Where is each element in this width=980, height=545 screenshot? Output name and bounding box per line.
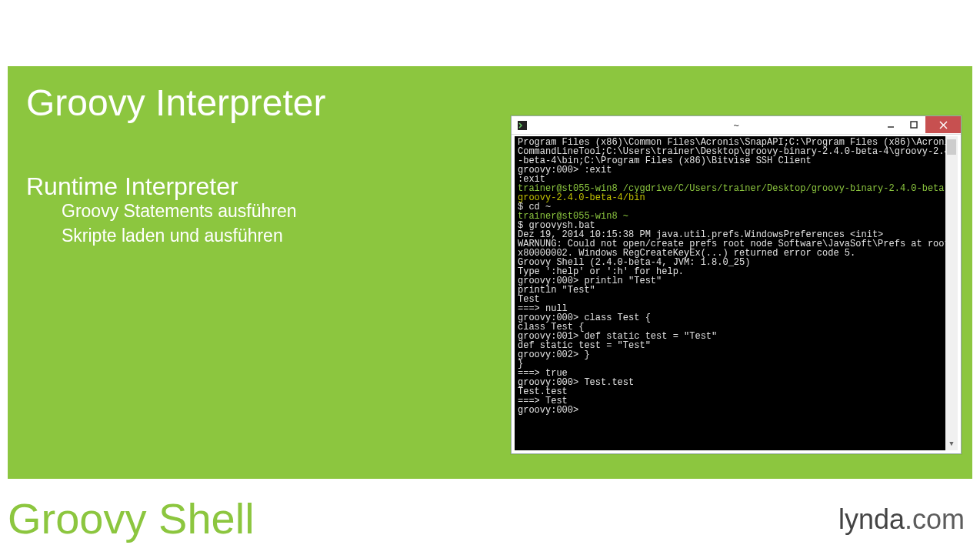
- slide-subtitle: Runtime Interpreter: [26, 172, 238, 201]
- minimize-button[interactable]: [879, 116, 902, 133]
- terminal-line: groovy-2.4.0-beta-4/bin: [518, 193, 955, 202]
- window-titlebar[interactable]: ~: [512, 116, 961, 135]
- scroll-down-icon[interactable]: ▼: [945, 438, 958, 450]
- terminal-line: groovy:000>: [518, 406, 955, 415]
- svg-rect-2: [911, 122, 917, 128]
- scrollbar[interactable]: ▲ ▼: [945, 136, 958, 450]
- terminal-line: println "Test": [518, 286, 955, 295]
- footer-title: Groovy Shell: [8, 493, 255, 543]
- terminal-line: Test: [518, 295, 955, 304]
- app-icon: [516, 119, 528, 132]
- scroll-thumb[interactable]: [947, 139, 956, 155]
- slide-bullets: Groovy Statements ausführen Skripte lade…: [62, 199, 297, 248]
- brand-name-bold: lynda: [838, 503, 905, 535]
- bullet-item: Skripte laden und ausführen: [62, 223, 297, 248]
- terminal-line: ===> Test: [518, 396, 955, 406]
- bullet-item: Groovy Statements ausführen: [62, 199, 297, 223]
- terminal-body[interactable]: Program Files (x86)\Common Files\Acronis…: [515, 136, 958, 450]
- terminal-line: groovy:000> :exit: [518, 166, 955, 175]
- terminal-line: }: [518, 359, 955, 369]
- window-controls: [879, 116, 961, 133]
- brand-logo: lynda.com: [838, 503, 972, 543]
- brand-name-rest: .com: [905, 503, 965, 535]
- terminal-line: Test.test: [518, 387, 955, 396]
- close-button[interactable]: [925, 116, 961, 133]
- slide-footer: Groovy Shell lynda.com: [8, 493, 972, 543]
- slide-title: Groovy Interpreter: [26, 82, 325, 124]
- window-title: ~: [733, 120, 738, 131]
- terminal-line: groovy:000> Test.test: [518, 378, 955, 387]
- slide-body: Groovy Interpreter Runtime Interpreter G…: [8, 66, 972, 479]
- terminal-window: ~ Program Files (x86)\Common Files\Acron…: [511, 115, 962, 454]
- terminal-line: groovy:002> }: [518, 350, 955, 359]
- maximize-button[interactable]: [902, 116, 925, 133]
